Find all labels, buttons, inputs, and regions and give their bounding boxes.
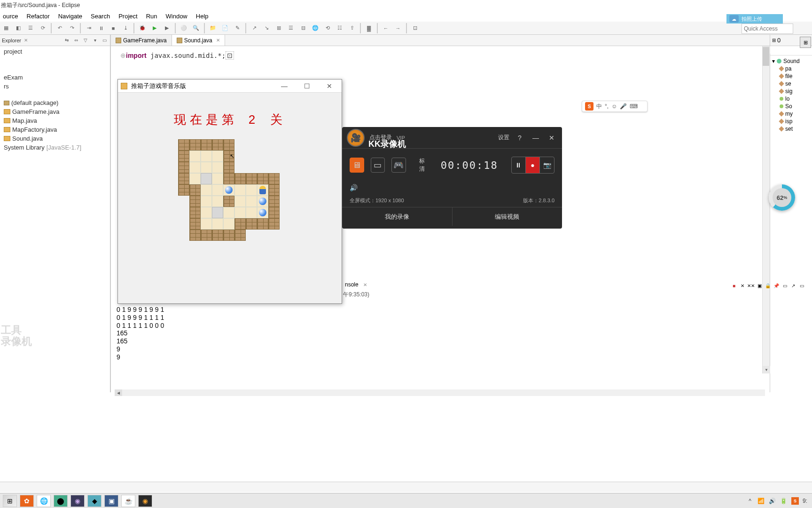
- editor-hscroll[interactable]: ◀: [115, 389, 765, 396]
- minimize-icon[interactable]: —: [530, 132, 541, 143]
- toolbar-btn[interactable]: 📁: [208, 23, 218, 33]
- console-tab[interactable]: nsole ✕: [342, 280, 367, 289]
- toolbar-btn[interactable]: ▶: [162, 23, 172, 33]
- toolbar-btn[interactable]: ✎: [232, 23, 242, 33]
- outline-field[interactable]: my: [771, 110, 811, 118]
- screenshot-button[interactable]: 📷: [540, 157, 554, 173]
- settings-link[interactable]: 设置: [498, 134, 509, 142]
- minimize-icon[interactable]: ▭: [101, 37, 108, 44]
- terminate-icon[interactable]: ■: [730, 282, 738, 289]
- taskbar-app[interactable]: 🌐: [37, 495, 51, 507]
- recorder-header[interactable]: 🎥 点击登录 VIP 设置 ? — ✕ KK录像机: [342, 127, 562, 149]
- tree-item[interactable]: Map.java: [0, 116, 110, 125]
- pause-button[interactable]: ⏸: [512, 157, 526, 173]
- toolbar-skip[interactable]: ⇥: [84, 23, 94, 33]
- toolbar-run[interactable]: ▶: [149, 23, 160, 33]
- outline-field[interactable]: isp: [771, 118, 811, 125]
- editor-tab-sound[interactable]: Sound.java ✕: [172, 35, 225, 46]
- minimize-button[interactable]: —: [275, 79, 294, 93]
- toolbar-btn[interactable]: ↷: [67, 23, 77, 33]
- toolbar-btn[interactable]: ↘: [261, 23, 272, 33]
- toolbar-debug[interactable]: 🐞: [137, 23, 148, 33]
- open-icon[interactable]: ↗: [789, 282, 797, 289]
- tray-expand-icon[interactable]: ^: [746, 497, 754, 505]
- menu-icon[interactable]: ▾: [91, 37, 99, 44]
- scroll-thumb[interactable]: [763, 47, 769, 66]
- toolbar-btn[interactable]: ⊟: [298, 23, 308, 33]
- help-icon[interactable]: ?: [514, 132, 525, 143]
- tree-item[interactable]: System Library [JavaSE-1.7]: [0, 143, 110, 152]
- volume-icon[interactable]: 🔊: [769, 497, 776, 505]
- tree-item[interactable]: GameFrame.java: [0, 107, 110, 116]
- toolbar-btn[interactable]: ⚪: [179, 23, 189, 33]
- clock[interactable]: 9:: [803, 498, 807, 504]
- outline-field[interactable]: se: [771, 80, 811, 87]
- volume-icon[interactable]: 🔊: [350, 184, 358, 191]
- toolbar-btn[interactable]: 🌐: [310, 23, 320, 33]
- editor-tab-gameframe[interactable]: GameFrame.java: [111, 35, 172, 46]
- clear-icon[interactable]: ▣: [756, 282, 763, 289]
- close-button[interactable]: ✕: [320, 79, 339, 93]
- outline-field[interactable]: set: [771, 125, 811, 133]
- taskbar-app[interactable]: ◆: [87, 495, 102, 507]
- mode-game-button[interactable]: 🎮: [391, 158, 406, 173]
- scroll-down-icon[interactable]: ▼: [763, 366, 770, 373]
- menu-source[interactable]: ource: [0, 12, 21, 21]
- toolbar-btn[interactable]: ↶: [55, 23, 65, 33]
- tree-item[interactable]: Sound.java: [0, 134, 110, 143]
- ime-lang[interactable]: 中: [596, 103, 602, 111]
- outline-method[interactable]: lo: [771, 95, 811, 103]
- toolbar-btn[interactable]: ☰: [25, 23, 36, 33]
- close-icon[interactable]: ✕: [363, 282, 367, 287]
- toolbar-btn[interactable]: ⊞: [273, 23, 284, 33]
- game-titlebar[interactable]: 推箱子游戏带音乐版 — ☐ ✕: [118, 79, 342, 93]
- remove-icon[interactable]: ✕: [739, 282, 746, 289]
- link-icon[interactable]: ⇔: [72, 37, 80, 44]
- outline-method[interactable]: So: [771, 103, 811, 110]
- cloud-upload-button[interactable]: ☁ 拍照上传: [726, 14, 783, 24]
- ime-punct-icon[interactable]: °,: [605, 103, 609, 110]
- outline-class[interactable]: ▾ Sound: [771, 57, 811, 65]
- toolbar-back[interactable]: ←: [381, 23, 391, 33]
- scroll-lock-icon[interactable]: 🔒: [764, 282, 772, 289]
- edit-video-button[interactable]: 编辑视频: [453, 207, 562, 226]
- taskbar-eclipse[interactable]: ◉: [70, 495, 85, 507]
- project-node[interactable]: project: [0, 47, 110, 56]
- toolbar-btn[interactable]: ☷: [335, 23, 345, 33]
- pin-icon[interactable]: 📌: [773, 282, 780, 289]
- toolbar-btn[interactable]: 🔍: [191, 23, 201, 33]
- ime-tray-icon[interactable]: S: [791, 497, 799, 505]
- menu-search[interactable]: Search: [88, 12, 113, 21]
- close-icon[interactable]: ✕: [216, 38, 220, 43]
- toolbar-btn[interactable]: ▦: [1, 23, 11, 33]
- toolbar-forward[interactable]: →: [393, 23, 403, 33]
- toolbar-btn[interactable]: ⟲: [322, 23, 333, 33]
- ime-toolbar[interactable]: S 中 °, ☺ 🎤 ⌨: [582, 101, 648, 112]
- collapse-icon[interactable]: ⇆: [63, 37, 70, 44]
- maximize-button[interactable]: ☐: [297, 79, 316, 93]
- toolbar-btn[interactable]: ▓: [364, 23, 374, 33]
- my-recordings-button[interactable]: 我的录像: [342, 207, 453, 226]
- mode-fullscreen-button[interactable]: 🖥: [350, 158, 364, 173]
- toolbar-btn[interactable]: ⇧: [347, 23, 357, 33]
- tree-item[interactable]: eExam: [0, 73, 110, 82]
- outline-field[interactable]: sig: [771, 87, 811, 95]
- remove-all-icon[interactable]: ✕✕: [747, 282, 755, 289]
- menu-run[interactable]: Run: [143, 12, 160, 21]
- taskbar-app[interactable]: ▣: [104, 495, 118, 507]
- taskbar-app[interactable]: ✿: [20, 495, 34, 507]
- menu-navigate[interactable]: Navigate: [55, 12, 85, 21]
- display-icon[interactable]: ▭: [781, 282, 789, 289]
- tree-item[interactable]: rs: [0, 82, 110, 91]
- toolbar-pause[interactable]: ⏸: [96, 23, 106, 33]
- tree-item[interactable]: (default package): [0, 98, 110, 107]
- toolbar-btn[interactable]: 📄: [220, 23, 230, 33]
- taskbar-app[interactable]: ⬤: [54, 495, 68, 507]
- quality-label[interactable]: 标清: [419, 157, 428, 173]
- toolbar-btn[interactable]: ⊡: [410, 23, 420, 33]
- menu-project[interactable]: Project: [116, 12, 140, 21]
- stop-record-button[interactable]: ●: [526, 157, 540, 173]
- outline-field[interactable]: pa: [771, 65, 811, 72]
- tree-item[interactable]: MapFactory.java: [0, 125, 110, 134]
- toolbar-stop[interactable]: ■: [108, 23, 118, 33]
